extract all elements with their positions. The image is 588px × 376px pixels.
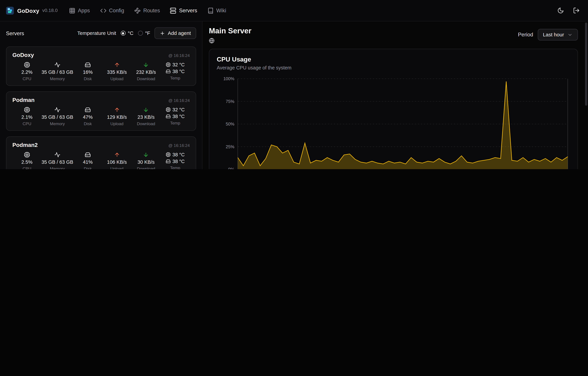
celsius-radio[interactable]: °C (120, 30, 133, 36)
temp-stat: 32 °C 38 °C Temp (161, 62, 190, 81)
nav-wiki-label: Wiki (216, 7, 226, 13)
radio-dot-fahrenheit (138, 31, 143, 36)
cpu-value: 2.1% (21, 114, 32, 120)
celsius-label: °C (128, 30, 134, 36)
servers-panel: Servers Temperature Unit °C °F Add agent (0, 21, 203, 169)
cpu-icon (166, 152, 171, 157)
cpu-label: CPU (22, 121, 31, 126)
scrollbar-thumb[interactable] (585, 22, 587, 106)
server-card-podman[interactable]: Podman @ 16:16:24 2.1% CPU 35 GB / 63 GB (6, 92, 196, 131)
memory-value: 35 GB / 63 GB (42, 69, 73, 75)
download-stat: 30 KB/s Download (131, 152, 161, 169)
hard-drive-icon (85, 62, 91, 68)
memory-value: 35 GB / 63 GB (42, 114, 73, 120)
period-select[interactable]: Last hour (538, 29, 578, 41)
temp-label: Temp (170, 76, 180, 80)
upload-label: Upload (110, 167, 124, 169)
period-label: Period (518, 29, 533, 41)
top-navbar: GoDoxy v0.18.0 Apps Config Routes Server (0, 0, 588, 21)
server-card-podman2[interactable]: Podman2 @ 16:16:24 2.5% CPU 35 GB / 63 G… (6, 136, 196, 169)
upload-value: 106 KB/s (107, 159, 127, 165)
cpu-icon (24, 62, 30, 68)
disk-stat: 41% Disk (73, 152, 102, 169)
server-timestamp: @ 16:16:24 (168, 53, 190, 58)
cpu-value: 2.2% (21, 69, 32, 75)
upload-stat: 335 KB/s Upload (102, 62, 131, 81)
download-value: 30 KB/s (138, 159, 155, 165)
disk-value: 41% (83, 159, 93, 165)
add-agent-button[interactable]: Add agent (155, 27, 196, 39)
nav-config[interactable]: Config (100, 7, 124, 14)
download-label: Download (137, 167, 155, 169)
upload-stat: 129 KB/s Upload (102, 107, 131, 126)
cpu-temp-value: 32 °C (172, 107, 185, 112)
fahrenheit-radio[interactable]: °F (138, 30, 150, 36)
arrow-up-icon (114, 107, 120, 113)
memory-label: Memory (50, 76, 65, 81)
hard-drive-icon (166, 114, 171, 119)
download-value: 23 KB/s (138, 114, 155, 120)
activity-icon (54, 62, 60, 68)
memory-stat: 35 GB / 63 GB Memory (42, 62, 73, 81)
memory-value: 35 GB / 63 GB (42, 159, 73, 165)
nav-wiki[interactable]: Wiki (207, 7, 226, 14)
upload-label: Upload (110, 76, 124, 81)
temp-label: Temp (170, 121, 180, 125)
cpu-usage-chart[interactable]: 0%25%50%75%100%12:17 AM12:26 AM12:35 AM1… (217, 75, 570, 169)
upload-value: 129 KB/s (107, 114, 127, 120)
globe-icon[interactable] (209, 38, 214, 43)
arrow-up-icon (114, 62, 120, 68)
nav-routes[interactable]: Routes (134, 7, 160, 14)
hard-drive-icon (166, 159, 171, 164)
activity-icon (54, 107, 60, 113)
memory-stat: 35 GB / 63 GB Memory (42, 152, 73, 169)
fahrenheit-label: °F (145, 30, 150, 36)
server-name: GoDoxy (12, 52, 34, 58)
cpu-usage-card: CPU Usage Average CPU usage of the syste… (209, 49, 578, 169)
period-value: Last hour (543, 32, 564, 37)
svg-text:25%: 25% (226, 144, 234, 149)
cpu-icon (166, 107, 171, 112)
server-timestamp: @ 16:16:24 (168, 98, 190, 103)
activity-icon (54, 152, 60, 158)
disk-temp-value: 38 °C (172, 114, 185, 119)
server-name: Podman (12, 97, 34, 103)
cpu-icon (24, 107, 30, 113)
nav-servers-label: Servers (179, 7, 197, 13)
download-stat: 232 KB/s Download (131, 62, 161, 81)
disk-stat: 16% Disk (73, 62, 102, 81)
server-timestamp: @ 16:16:24 (168, 143, 190, 148)
page-title: Main Server (209, 27, 251, 35)
waypoints-icon (134, 7, 141, 14)
arrow-down-icon (143, 152, 149, 158)
svg-text:100%: 100% (223, 76, 234, 81)
radio-dot-celsius (120, 31, 125, 36)
logout-button[interactable] (573, 7, 580, 14)
godoxy-logo (6, 7, 14, 14)
upload-label: Upload (110, 121, 124, 126)
theme-toggle-button[interactable] (557, 7, 564, 14)
cpu-stat: 2.2% CPU (12, 62, 42, 81)
chevron-down-icon (567, 32, 573, 37)
nav-servers[interactable]: Servers (170, 7, 197, 14)
add-agent-label: Add agent (168, 30, 191, 36)
code-icon (100, 7, 106, 14)
server-card-godoxy[interactable]: GoDoxy @ 16:16:24 2.2% CPU 35 GB / 63 GB (6, 46, 196, 86)
temp-stat: 38 °C 38 °C Temp (161, 152, 190, 169)
svg-text:0%: 0% (228, 167, 234, 169)
server-name: Podman2 (12, 142, 38, 148)
moon-icon (557, 7, 564, 14)
arrow-up-icon (114, 152, 120, 158)
server-list: GoDoxy @ 16:16:24 2.2% CPU 35 GB / 63 GB (6, 46, 196, 169)
disk-label: Disk (84, 167, 92, 169)
svg-text:75%: 75% (226, 99, 234, 104)
nav-apps[interactable]: Apps (69, 7, 90, 14)
cpu-icon (24, 152, 30, 158)
godoxy-dashboard: GoDoxy v0.18.0 Apps Config Routes Server (0, 0, 588, 169)
logout-icon (573, 7, 580, 14)
disk-value: 16% (83, 69, 93, 75)
temp-stat: 32 °C 38 °C Temp (161, 107, 190, 126)
server-detail-panel: Main Server Period Last hour CPU Usage A… (203, 21, 588, 169)
upload-value: 335 KB/s (107, 69, 127, 75)
cpu-stat: 2.5% CPU (12, 152, 42, 169)
